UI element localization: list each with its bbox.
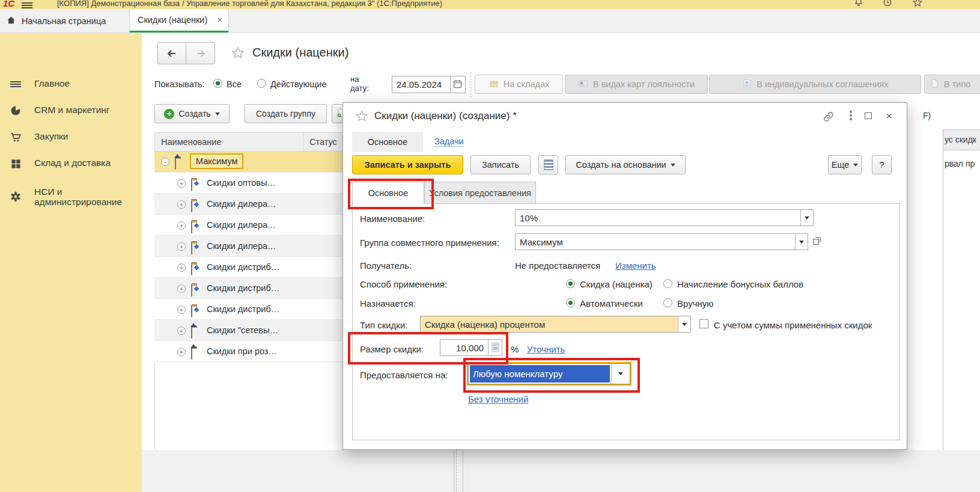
group-open-icon[interactable] — [812, 236, 822, 248]
filter-radio-active[interactable] — [257, 79, 266, 88]
expand-toggle-icon[interactable] — [177, 179, 186, 188]
main-menu-icon[interactable] — [22, 1, 32, 9]
method-radio-discount[interactable] — [566, 279, 575, 288]
tab-close-icon[interactable]: × — [217, 14, 222, 25]
provided-for-selected-text[interactable]: Любую номенклатуру — [470, 365, 610, 383]
size-refine-link[interactable]: Уточнить — [527, 344, 565, 354]
home-icon — [6, 15, 16, 27]
dialog-nav-tab-main[interactable]: Основное — [352, 132, 423, 152]
discount-type-dropdown-icon[interactable] — [678, 316, 690, 332]
scope-button-typical[interactable]: В типо — [924, 75, 980, 94]
page-tab-conditions[interactable]: Условия предоставления — [424, 182, 536, 203]
more-button[interactable]: Еще — [828, 155, 862, 174]
kebab-menu-icon[interactable] — [850, 111, 852, 113]
scope-button-individual-agreements[interactable]: В индивидуальных соглашениях — [709, 75, 921, 94]
favorites-star-icon[interactable] — [912, 0, 923, 9]
method-radio-discount-label[interactable]: Скидка (наценка) — [580, 279, 653, 289]
consider-applied-discounts-label[interactable]: С учетом суммы примененных скидок — [714, 320, 872, 330]
history-icon[interactable] — [882, 0, 893, 9]
assignment-radio-manual[interactable] — [663, 298, 672, 307]
method-radio-bonus-label[interactable]: Начисление бонусных баллов — [677, 279, 803, 289]
discount-type-combo[interactable]: Скидка (наценка) процентом — [420, 316, 691, 333]
save-button[interactable]: Записать — [470, 155, 531, 174]
panel-border-line — [463, 450, 463, 492]
provided-for-combo[interactable]: Любую номенклатуру — [468, 363, 630, 384]
plus-icon — [164, 109, 174, 119]
consider-applied-discounts-checkbox[interactable] — [699, 319, 708, 328]
dialog-nav-tab-tasks[interactable]: Задачи — [434, 137, 464, 147]
expand-toggle-icon[interactable] — [177, 242, 186, 251]
expand-toggle-icon[interactable] — [177, 263, 186, 272]
expand-toggle-icon[interactable] — [177, 221, 186, 230]
forward-button[interactable] — [186, 42, 215, 64]
splitter-handle[interactable] — [456, 450, 457, 492]
group-field-label: Группа совместного применения: — [360, 238, 499, 248]
notifications-bell-icon[interactable] — [853, 0, 864, 9]
assignment-radio-auto[interactable] — [566, 298, 575, 307]
dialog-close-icon[interactable]: × — [886, 110, 892, 121]
back-button[interactable] — [157, 42, 186, 64]
filter-radio-all[interactable] — [213, 79, 222, 88]
create-group-button[interactable]: Создать группу — [245, 104, 327, 123]
assignment-radio-auto-label[interactable]: Автоматически — [580, 298, 643, 309]
register-records-button[interactable] — [538, 155, 558, 174]
sidebar-item-nsi-admin[interactable]: НСИ и администрирование — [0, 182, 142, 211]
expand-toggle-icon[interactable] — [177, 200, 186, 209]
col-header-status[interactable]: Статус — [309, 137, 337, 147]
tab-home[interactable]: Начальная страница — [6, 9, 106, 32]
calendar-glyph-icon — [452, 79, 463, 91]
favorite-star-icon[interactable] — [231, 46, 245, 63]
expand-toggle-icon[interactable] — [177, 348, 186, 356]
page-tab-main[interactable]: Основное — [352, 182, 424, 204]
sidebar-item-purchases[interactable]: Закупки — [0, 128, 142, 146]
size-unit-label: % — [511, 344, 519, 354]
table-cell-name[interactable]: Максимум — [190, 153, 243, 169]
maximize-icon[interactable] — [865, 112, 872, 119]
name-dropdown-icon[interactable] — [800, 210, 813, 226]
sidebar-item-warehouse[interactable]: Склад и доставка — [0, 155, 142, 173]
group-dropdown-icon[interactable] — [795, 234, 808, 250]
group-combo[interactable]: Максимум — [515, 233, 808, 250]
tab-discounts[interactable]: Скидки (наценки) × — [129, 9, 229, 32]
grid-icon — [8, 156, 23, 171]
assignment-radio-manual-label[interactable]: Вручную — [677, 298, 714, 309]
calculator-icon[interactable] — [488, 340, 502, 355]
recipient-value: Не предоставляется — [515, 260, 600, 271]
method-radio-bonus[interactable] — [663, 279, 672, 288]
date-value[interactable]: 24.05.2024 — [392, 76, 450, 93]
dialog-title: Скидки (наценки) (создание) * — [374, 110, 517, 122]
scope-button-loyalty-cards[interactable]: В видах карт лояльности — [565, 75, 708, 94]
sidebar-item-main[interactable]: Главное — [0, 75, 142, 93]
item-folder-icon — [191, 180, 192, 191]
create-based-on-button[interactable]: Создать на основании — [565, 155, 686, 174]
item-folder-icon — [191, 243, 192, 254]
menu-lines-icon — [8, 77, 23, 91]
1c-logo-icon: 1С — [3, 0, 14, 8]
expand-toggle-icon[interactable] — [177, 284, 186, 293]
expand-toggle-icon[interactable] — [177, 306, 186, 314]
pie-chart-icon — [8, 103, 23, 118]
provided-for-dropdown-icon[interactable] — [611, 364, 630, 384]
size-input[interactable]: 10,000 — [440, 339, 502, 356]
right-panel-row-fragment: рвал пр — [945, 159, 975, 168]
expand-toggle-icon[interactable] — [177, 327, 186, 335]
loyalty-card-icon — [578, 78, 589, 91]
name-input[interactable]: 10% — [515, 209, 814, 226]
no-refinements-link[interactable]: Без уточнений — [468, 394, 529, 404]
dialog-favorite-star-icon[interactable] — [355, 109, 368, 125]
get-link-icon[interactable] — [822, 110, 835, 126]
item-folder-icon — [191, 264, 192, 275]
help-button[interactable]: ? — [872, 155, 892, 174]
save-and-close-button[interactable]: Записать и закрыть — [352, 155, 463, 174]
create-button[interactable]: Создать — [154, 104, 230, 123]
recipient-change-link[interactable]: Изменить — [615, 260, 656, 271]
workspace-background — [142, 450, 980, 492]
col-header-name[interactable]: Наименование — [161, 137, 222, 147]
page-title: Скидки (наценки) — [252, 46, 348, 60]
filter-radio-all-label[interactable]: Все — [227, 79, 242, 89]
filter-radio-active-label[interactable]: Действующие — [270, 79, 326, 89]
sidebar-item-crm[interactable]: CRM и маркетинг — [0, 102, 142, 120]
scope-button-warehouses[interactable]: На складах — [475, 75, 563, 94]
tab-bar: Начальная страница Скидки (наценки) × — [0, 9, 980, 33]
collapse-toggle-icon[interactable] — [161, 158, 169, 166]
